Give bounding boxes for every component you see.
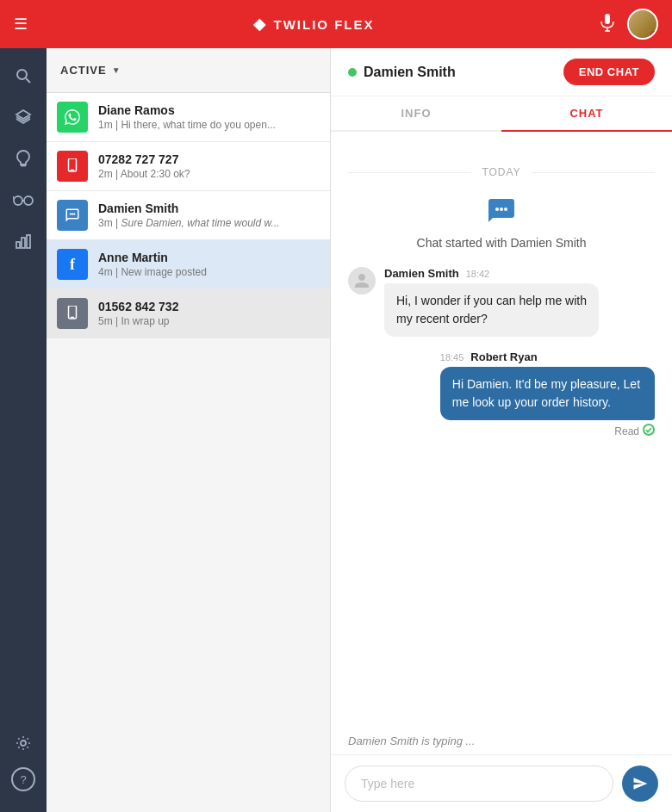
header-right [600, 9, 658, 40]
contact-preview: 5m | In wrap up [98, 315, 320, 327]
svg-point-22 [495, 208, 499, 211]
chat-started-indicator: Chat started with Damien Smith [348, 195, 655, 250]
svg-point-19 [73, 213, 75, 214]
svg-point-18 [72, 213, 73, 214]
contact-item[interactable]: Diane Ramos 1m | Hi there, what time do … [47, 93, 330, 142]
main-layout: ? ACTIVE ▼ Diane Ramos 1m | Hi there, wh… [0, 48, 672, 812]
contact-time: 1m [98, 119, 113, 131]
date-divider-text: TODAY [482, 166, 520, 178]
message-sender: Robert Ryan [470, 350, 537, 363]
chat-messages: TODAY Chat started with Damien Smith [331, 132, 672, 728]
contact-name: 07282 727 727 [98, 152, 320, 166]
svg-line-4 [26, 78, 30, 83]
contact-preview: 3m | Sure Damien, what time would w... [98, 217, 320, 229]
svg-rect-21 [71, 317, 75, 319]
contact-name: Damien Smith [98, 201, 320, 215]
sidebar-nav: ? [0, 48, 47, 812]
message-meta: Robert Ryan 18:45 [440, 350, 655, 363]
online-status-dot [348, 68, 357, 77]
tab-chat[interactable]: CHAT [501, 96, 672, 132]
sidebar-item-idea[interactable] [6, 141, 40, 176]
sidebar-item-chart[interactable] [6, 224, 40, 258]
header-title: ◆ TWILIO FLEX [253, 15, 375, 34]
dropdown-arrow-icon: ▼ [112, 65, 121, 75]
header-title-text: TWILIO FLEX [274, 17, 375, 32]
svg-rect-13 [27, 235, 30, 248]
chat-channel-icon [57, 200, 88, 231]
header-logo-icon: ◆ [253, 15, 267, 34]
sidebar-item-help[interactable]: ? [11, 767, 35, 791]
message-time: 18:45 [440, 352, 464, 363]
contact-item[interactable]: Damien Smith 3m | Sure Damien, what time… [47, 191, 330, 240]
svg-point-14 [21, 741, 26, 746]
typing-text: Damien Smith is typing ... [348, 735, 475, 747]
message-bubble-wrap: Damien Smith 18:42 Hi, I wonder if you c… [384, 267, 599, 337]
chat-panel: Damien Smith END CHAT INFO CHAT TODAY [331, 48, 672, 812]
chat-input-area [331, 754, 672, 812]
message-row: Robert Ryan 18:45 Hi Damien. It'd be my … [348, 350, 655, 438]
contact-time: 4m [98, 266, 113, 278]
svg-rect-16 [71, 170, 75, 171]
read-status-text: Read [614, 425, 639, 437]
svg-point-17 [70, 213, 72, 214]
contact-item[interactable]: 01562 842 732 5m | In wrap up [47, 289, 330, 338]
end-chat-button[interactable]: END CHAT [563, 59, 655, 85]
chat-header: Damien Smith END CHAT [331, 48, 672, 96]
typing-indicator: Damien Smith is typing ... [331, 728, 672, 754]
contact-info: Anne Martin 4m | New image posted [98, 251, 320, 278]
message-sender: Damien Smith [384, 267, 459, 280]
chat-tabs: INFO CHAT [331, 96, 672, 132]
message-bubble: Hi Damien. It'd be my pleasure, Let me l… [440, 367, 655, 420]
contact-list: Diane Ramos 1m | Hi there, what time do … [47, 93, 330, 812]
contact-info: Diane Ramos 1m | Hi there, what time do … [98, 103, 320, 131]
svg-point-8 [24, 196, 33, 205]
svg-point-3 [17, 70, 27, 79]
whatsapp-channel-icon [57, 102, 88, 133]
message-bubble-wrap: Robert Ryan 18:45 Hi Damien. It'd be my … [440, 350, 655, 438]
contact-time: 2m [98, 168, 113, 180]
chat-started-icon [488, 195, 515, 229]
contact-item[interactable]: f Anne Martin 4m | New image posted [47, 240, 330, 289]
active-header: ACTIVE ▼ [47, 48, 330, 93]
svg-point-23 [500, 208, 503, 211]
chat-contact-name: Damien Smith [364, 65, 456, 80]
send-button[interactable] [622, 766, 658, 802]
contact-panel: ACTIVE ▼ Diane Ramos 1m | Hi there, what… [47, 48, 331, 812]
avatar-online-dot [650, 31, 658, 40]
sms2-channel-icon [57, 298, 88, 329]
message-meta: Damien Smith 18:42 [384, 267, 599, 280]
read-check-icon [643, 424, 655, 438]
sidebar-item-settings[interactable] [6, 726, 40, 760]
mic-icon[interactable] [600, 13, 615, 36]
facebook-channel-icon: f [57, 249, 88, 280]
message-time: 18:42 [466, 269, 490, 279]
read-status: Read [440, 424, 655, 438]
svg-rect-0 [605, 14, 610, 24]
contact-info: 07282 727 727 2m | About 2:30 ok? [98, 152, 320, 180]
svg-rect-12 [22, 238, 25, 248]
sidebar-item-glasses[interactable] [6, 183, 40, 217]
contact-name: Anne Martin [98, 251, 320, 264]
header-left: ☰ [14, 15, 28, 34]
sidebar-item-layers[interactable] [6, 100, 40, 134]
message-avatar [348, 267, 376, 294]
message-row: Damien Smith 18:42 Hi, I wonder if you c… [348, 267, 655, 337]
svg-point-24 [504, 208, 507, 211]
message-input[interactable] [345, 766, 613, 802]
contact-item[interactable]: 07282 727 727 2m | About 2:30 ok? [47, 142, 330, 191]
nav-bottom: ? [6, 726, 40, 802]
avatar[interactable] [627, 9, 658, 40]
contact-preview: 4m | New image posted [98, 266, 320, 278]
date-divider: TODAY [348, 166, 655, 178]
svg-line-10 [13, 196, 14, 199]
chat-started-text: Chat started with Damien Smith [417, 236, 587, 250]
active-label[interactable]: ACTIVE ▼ [60, 64, 121, 77]
hamburger-icon[interactable]: ☰ [14, 15, 28, 34]
sms-channel-icon [57, 151, 88, 182]
svg-point-7 [14, 196, 22, 205]
svg-point-25 [644, 425, 654, 435]
active-label-text: ACTIVE [60, 64, 107, 77]
contact-name: 01562 842 732 [98, 300, 320, 313]
tab-info[interactable]: INFO [331, 96, 501, 130]
sidebar-item-search[interactable] [6, 59, 40, 93]
